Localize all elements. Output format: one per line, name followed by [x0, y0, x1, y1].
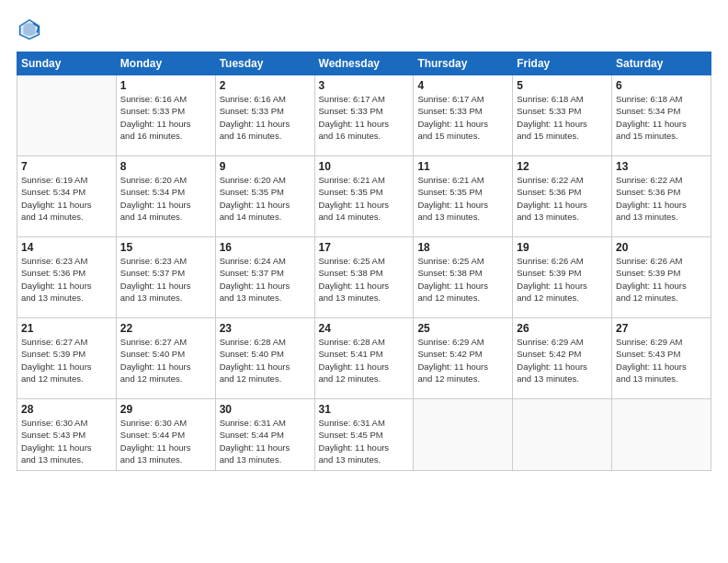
day-number: 29: [120, 403, 211, 416]
day-number: 26: [517, 322, 608, 335]
calendar-cell: 27Sunrise: 6:29 AM Sunset: 5:43 PM Dayli…: [612, 318, 711, 399]
day-header: Wednesday: [314, 52, 414, 75]
calendar-cell: 18Sunrise: 6:25 AM Sunset: 5:38 PM Dayli…: [414, 237, 513, 318]
calendar-cell: 4Sunrise: 6:17 AM Sunset: 5:33 PM Daylig…: [414, 75, 513, 156]
day-number: 2: [220, 79, 311, 92]
day-info: Sunrise: 6:17 AM Sunset: 5:33 PM Dayligh…: [417, 93, 508, 142]
calendar-cell: 19Sunrise: 6:26 AM Sunset: 5:39 PM Dayli…: [513, 237, 612, 318]
week-row: 1Sunrise: 6:16 AM Sunset: 5:33 PM Daylig…: [17, 75, 711, 156]
calendar-cell: 13Sunrise: 6:22 AM Sunset: 5:36 PM Dayli…: [612, 156, 711, 237]
day-info: Sunrise: 6:21 AM Sunset: 5:35 PM Dayligh…: [319, 174, 410, 223]
calendar-cell: 12Sunrise: 6:22 AM Sunset: 5:36 PM Dayli…: [513, 156, 612, 237]
calendar-cell: 7Sunrise: 6:19 AM Sunset: 5:34 PM Daylig…: [17, 156, 117, 237]
day-number: 1: [120, 79, 211, 92]
calendar-table: SundayMondayTuesdayWednesdayThursdayFrid…: [17, 52, 711, 471]
day-number: 5: [517, 79, 608, 92]
day-info: Sunrise: 6:26 AM Sunset: 5:39 PM Dayligh…: [517, 255, 608, 304]
day-number: 20: [616, 241, 707, 254]
day-number: 15: [120, 241, 211, 254]
calendar-cell: 26Sunrise: 6:29 AM Sunset: 5:42 PM Dayli…: [513, 318, 612, 399]
day-info: Sunrise: 6:29 AM Sunset: 5:42 PM Dayligh…: [517, 336, 608, 385]
calendar-cell: 23Sunrise: 6:28 AM Sunset: 5:40 PM Dayli…: [215, 318, 314, 399]
day-info: Sunrise: 6:22 AM Sunset: 5:36 PM Dayligh…: [616, 174, 707, 223]
day-number: 24: [319, 322, 410, 335]
day-info: Sunrise: 6:18 AM Sunset: 5:33 PM Dayligh…: [517, 93, 608, 142]
calendar-cell: 10Sunrise: 6:21 AM Sunset: 5:35 PM Dayli…: [314, 156, 414, 237]
calendar-cell: 28Sunrise: 6:30 AM Sunset: 5:43 PM Dayli…: [17, 399, 117, 471]
day-info: Sunrise: 6:17 AM Sunset: 5:33 PM Dayligh…: [319, 93, 410, 142]
week-row: 28Sunrise: 6:30 AM Sunset: 5:43 PM Dayli…: [17, 399, 711, 471]
calendar-cell: [414, 399, 513, 471]
header-row: SundayMondayTuesdayWednesdayThursdayFrid…: [17, 52, 711, 75]
day-info: Sunrise: 6:19 AM Sunset: 5:34 PM Dayligh…: [21, 174, 112, 223]
day-info: Sunrise: 6:27 AM Sunset: 5:39 PM Dayligh…: [21, 336, 112, 385]
calendar-cell: 29Sunrise: 6:30 AM Sunset: 5:44 PM Dayli…: [116, 399, 215, 471]
day-info: Sunrise: 6:29 AM Sunset: 5:43 PM Dayligh…: [616, 336, 707, 385]
day-info: Sunrise: 6:27 AM Sunset: 5:40 PM Dayligh…: [120, 336, 211, 385]
day-info: Sunrise: 6:30 AM Sunset: 5:44 PM Dayligh…: [120, 417, 211, 465]
day-info: Sunrise: 6:23 AM Sunset: 5:37 PM Dayligh…: [120, 255, 211, 304]
day-header: Sunday: [17, 52, 117, 75]
day-number: 18: [417, 241, 508, 254]
calendar-cell: 15Sunrise: 6:23 AM Sunset: 5:37 PM Dayli…: [116, 237, 215, 318]
day-info: Sunrise: 6:16 AM Sunset: 5:33 PM Dayligh…: [120, 93, 211, 142]
calendar-cell: 5Sunrise: 6:18 AM Sunset: 5:33 PM Daylig…: [513, 75, 612, 156]
calendar-cell: 3Sunrise: 6:17 AM Sunset: 5:33 PM Daylig…: [314, 75, 414, 156]
calendar-cell: 24Sunrise: 6:28 AM Sunset: 5:41 PM Dayli…: [314, 318, 414, 399]
day-info: Sunrise: 6:22 AM Sunset: 5:36 PM Dayligh…: [517, 174, 608, 223]
calendar-cell: 25Sunrise: 6:29 AM Sunset: 5:42 PM Dayli…: [414, 318, 513, 399]
calendar-cell: [513, 399, 612, 471]
day-info: Sunrise: 6:26 AM Sunset: 5:39 PM Dayligh…: [616, 255, 707, 304]
day-info: Sunrise: 6:21 AM Sunset: 5:35 PM Dayligh…: [417, 174, 508, 223]
day-number: 21: [21, 322, 112, 335]
day-info: Sunrise: 6:25 AM Sunset: 5:38 PM Dayligh…: [417, 255, 508, 304]
day-info: Sunrise: 6:31 AM Sunset: 5:44 PM Dayligh…: [220, 417, 311, 465]
day-number: 4: [417, 79, 508, 92]
day-number: 12: [517, 160, 608, 173]
calendar-cell: [17, 75, 117, 156]
day-info: Sunrise: 6:18 AM Sunset: 5:34 PM Dayligh…: [616, 93, 707, 142]
day-number: 16: [220, 241, 311, 254]
day-header: Saturday: [612, 52, 711, 75]
calendar-cell: 22Sunrise: 6:27 AM Sunset: 5:40 PM Dayli…: [116, 318, 215, 399]
day-number: 28: [21, 403, 112, 416]
day-number: 13: [616, 160, 707, 173]
calendar-cell: 17Sunrise: 6:25 AM Sunset: 5:38 PM Dayli…: [314, 237, 414, 318]
day-number: 19: [517, 241, 608, 254]
day-info: Sunrise: 6:25 AM Sunset: 5:38 PM Dayligh…: [319, 255, 410, 304]
day-info: Sunrise: 6:28 AM Sunset: 5:40 PM Dayligh…: [220, 336, 311, 385]
day-info: Sunrise: 6:23 AM Sunset: 5:36 PM Dayligh…: [21, 255, 112, 304]
day-header: Monday: [116, 52, 215, 75]
calendar-cell: 30Sunrise: 6:31 AM Sunset: 5:44 PM Dayli…: [215, 399, 314, 471]
calendar-cell: 21Sunrise: 6:27 AM Sunset: 5:39 PM Dayli…: [17, 318, 117, 399]
week-row: 14Sunrise: 6:23 AM Sunset: 5:36 PM Dayli…: [17, 237, 711, 318]
calendar-cell: 11Sunrise: 6:21 AM Sunset: 5:35 PM Dayli…: [414, 156, 513, 237]
calendar-cell: 16Sunrise: 6:24 AM Sunset: 5:37 PM Dayli…: [215, 237, 314, 318]
calendar-cell: 31Sunrise: 6:31 AM Sunset: 5:45 PM Dayli…: [314, 399, 414, 471]
page: SundayMondayTuesdayWednesdayThursdayFrid…: [0, 0, 728, 563]
day-number: 17: [319, 241, 410, 254]
day-header: Tuesday: [215, 52, 314, 75]
day-info: Sunrise: 6:29 AM Sunset: 5:42 PM Dayligh…: [417, 336, 508, 385]
calendar-cell: 8Sunrise: 6:20 AM Sunset: 5:34 PM Daylig…: [116, 156, 215, 237]
day-number: 10: [319, 160, 410, 173]
day-number: 25: [417, 322, 508, 335]
day-info: Sunrise: 6:31 AM Sunset: 5:45 PM Dayligh…: [319, 417, 410, 465]
week-row: 7Sunrise: 6:19 AM Sunset: 5:34 PM Daylig…: [17, 156, 711, 237]
day-info: Sunrise: 6:20 AM Sunset: 5:34 PM Dayligh…: [120, 174, 211, 223]
calendar-cell: 14Sunrise: 6:23 AM Sunset: 5:36 PM Dayli…: [17, 237, 117, 318]
week-row: 21Sunrise: 6:27 AM Sunset: 5:39 PM Dayli…: [17, 318, 711, 399]
calendar-cell: 1Sunrise: 6:16 AM Sunset: 5:33 PM Daylig…: [116, 75, 215, 156]
day-info: Sunrise: 6:20 AM Sunset: 5:35 PM Dayligh…: [220, 174, 311, 223]
day-number: 22: [120, 322, 211, 335]
day-number: 6: [616, 79, 707, 92]
day-number: 7: [21, 160, 112, 173]
day-number: 3: [319, 79, 410, 92]
calendar-cell: 2Sunrise: 6:16 AM Sunset: 5:33 PM Daylig…: [215, 75, 314, 156]
calendar-cell: 6Sunrise: 6:18 AM Sunset: 5:34 PM Daylig…: [612, 75, 711, 156]
day-number: 27: [616, 322, 707, 335]
day-number: 11: [417, 160, 508, 173]
day-number: 31: [319, 403, 410, 416]
logo-icon: [17, 17, 42, 42]
day-info: Sunrise: 6:28 AM Sunset: 5:41 PM Dayligh…: [319, 336, 410, 385]
